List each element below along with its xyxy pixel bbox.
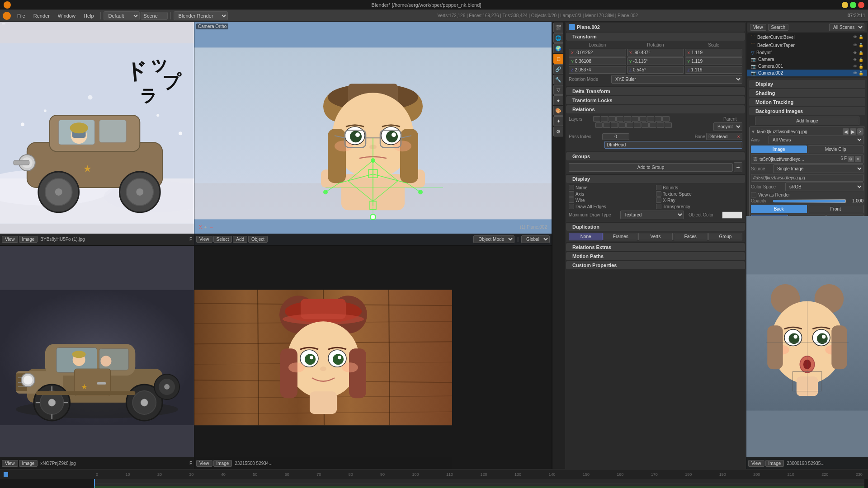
motion-tracking-header-cam[interactable]: Motion Tracking — [749, 98, 865, 106]
display-axis-check[interactable]: Axis — [569, 191, 655, 197]
img-nav-prev[interactable]: ◀ — [843, 128, 849, 135]
layer-17[interactable] — [642, 122, 649, 128]
search-btn[interactable]: Search — [768, 24, 789, 31]
layer-11[interactable] — [595, 122, 603, 128]
scale-x-field[interactable]: X 1.119 — [685, 49, 742, 56]
axis-select[interactable]: All Views Front Back Left Right Top Bott… — [769, 136, 863, 144]
display-section-header[interactable]: Display — [566, 175, 745, 183]
prop-tab-modifiers[interactable]: 🔧 — [553, 75, 563, 84]
img-nav-next[interactable]: ▶ — [850, 128, 856, 135]
vp5-image-btn[interactable]: Image — [765, 460, 784, 467]
custom-props-header[interactable]: Custom Properties — [566, 261, 745, 269]
dup-verts-btn[interactable]: Verts — [638, 233, 672, 240]
vp3-view-btn[interactable]: View — [2, 460, 18, 467]
layer-1[interactable] — [593, 116, 600, 122]
transform-locks-header[interactable]: Transform Locks — [566, 96, 745, 104]
prop-tab-render[interactable]: 🎬 — [553, 23, 563, 33]
back-btn[interactable]: Back — [751, 205, 807, 213]
vp4-view-btn[interactable]: View — [196, 460, 212, 467]
menu-window[interactable]: Window — [54, 12, 79, 19]
vp2-select-btn[interactable]: Select — [213, 236, 232, 243]
vp1-view-btn[interactable]: View — [2, 236, 18, 243]
bone-x-btn[interactable]: × — [737, 134, 740, 139]
add-to-group-btn[interactable]: Add to Group — [569, 163, 733, 172]
motion-paths-header[interactable]: Motion Paths — [566, 252, 745, 260]
layer-8[interactable] — [647, 116, 654, 122]
prop-tab-physics[interactable]: ⚙ — [553, 127, 563, 136]
render-engine-select[interactable]: Blender Render — [174, 11, 228, 20]
parent-select[interactable]: Bodymf — [713, 122, 742, 131]
win-minimize[interactable] — [842, 2, 848, 8]
outliner-item-bodymf[interactable]: ▽ Bodymf 👁 🔒 — [747, 49, 867, 56]
layer-15[interactable] — [626, 122, 633, 128]
prop-tab-data[interactable]: ▽ — [553, 85, 563, 95]
filepath-input[interactable] — [751, 174, 863, 182]
prop-tab-materials[interactable]: ● — [553, 95, 563, 105]
scale-z-field[interactable]: Z 1.119 — [685, 66, 742, 74]
scale-y-field[interactable]: Y 1.119 — [685, 57, 742, 65]
layer-5[interactable] — [624, 116, 631, 122]
add-image-btn[interactable]: Add Image — [755, 117, 859, 125]
view-btn[interactable]: View — [750, 24, 766, 31]
vp2-object-btn[interactable]: Object — [248, 236, 268, 243]
menu-file[interactable]: File — [14, 12, 29, 19]
outliner-item-camera001[interactable]: 📷 Camera.001 👁 🔒 — [747, 63, 867, 70]
layer-12[interactable] — [603, 122, 610, 128]
dup-faces-btn[interactable]: Faces — [674, 233, 708, 240]
layer-3[interactable] — [609, 116, 616, 122]
layout-select[interactable]: Default — [104, 11, 140, 20]
prop-tab-particles[interactable]: ✦ — [553, 116, 563, 126]
rot-mode-select[interactable]: XYZ Euler — [611, 75, 742, 84]
win-close[interactable] — [858, 2, 864, 8]
transform-header[interactable]: Transform — [566, 33, 745, 41]
layer-7[interactable] — [639, 116, 646, 122]
img-props-btn[interactable]: ⚙ — [848, 156, 854, 162]
prop-tab-constraints[interactable]: 🔗 — [553, 64, 563, 74]
view-render-check-box[interactable] — [751, 192, 756, 197]
object-color-swatch[interactable] — [722, 211, 742, 219]
outliner-item-bezier-bevel[interactable]: ⌒ BezierCurve:Bevel 👁 🔒 — [747, 33, 867, 41]
layer-18[interactable] — [649, 122, 656, 128]
layer-16[interactable] — [634, 122, 641, 128]
relations-header[interactable]: Relations — [566, 105, 745, 113]
display-bounds-check[interactable]: Bounds — [656, 185, 742, 190]
display-header-cam[interactable]: Display — [749, 80, 865, 88]
img-remove-btn[interactable]: × — [855, 156, 861, 162]
dup-group-btn[interactable]: Group — [708, 233, 742, 240]
vp4-image-btn[interactable]: Image — [213, 460, 232, 467]
display-xray-check[interactable]: X-Ray — [656, 197, 742, 203]
display-wire-check[interactable]: Wire — [569, 197, 655, 203]
delta-transform-header[interactable]: Delta Transform — [566, 87, 745, 95]
source-select[interactable]: Single Image Image Sequence Movie — [773, 164, 863, 173]
dup-none-btn[interactable]: None — [569, 233, 603, 240]
image-tab[interactable]: Image — [751, 145, 807, 153]
menu-help[interactable]: Help — [80, 12, 98, 19]
img-close-btn[interactable]: × — [857, 128, 863, 135]
display-transparency-check[interactable]: Transparency — [656, 204, 742, 209]
layer-6[interactable] — [632, 116, 639, 122]
background-images-header[interactable]: Background Images — [749, 107, 865, 115]
outliner-item-camera002[interactable]: 📷 Camera.002 👁 🔒 — [747, 70, 867, 76]
display-drawedges-check[interactable]: Draw All Edges — [569, 204, 655, 209]
vp2-space-select[interactable]: Global — [521, 235, 550, 243]
prop-tab-world[interactable]: 🌍 — [553, 43, 563, 53]
loc-z-field[interactable]: Z 2.05374 — [569, 66, 626, 74]
rot-x-field[interactable]: X -90.487° — [627, 49, 684, 56]
vp2-view-btn[interactable]: View — [196, 236, 212, 243]
layer-4[interactable] — [616, 116, 623, 122]
menu-render[interactable]: Render — [30, 12, 53, 19]
relations-extras-header[interactable]: Relations Extras — [566, 243, 745, 251]
add-group-plus-btn[interactable]: + — [734, 162, 742, 172]
loc-x-field[interactable]: X -0.01252 — [569, 49, 626, 56]
vp2-add-btn[interactable]: Add — [233, 236, 247, 243]
vp1-image-btn[interactable]: Image — [19, 236, 38, 243]
prop-tab-scene[interactable]: 🌐 — [553, 33, 563, 43]
layer-2[interactable] — [601, 116, 608, 122]
layer-20[interactable] — [665, 122, 672, 128]
rot-y-field[interactable]: Y -0.116° — [627, 57, 684, 65]
display-name-check[interactable]: Name — [569, 185, 655, 190]
layer-9[interactable] — [655, 116, 662, 122]
rot-z-field[interactable]: Z 0.545° — [627, 66, 684, 74]
loc-y-field[interactable]: Y 0.36108 — [569, 57, 626, 65]
dup-frames-btn[interactable]: Frames — [604, 233, 637, 240]
